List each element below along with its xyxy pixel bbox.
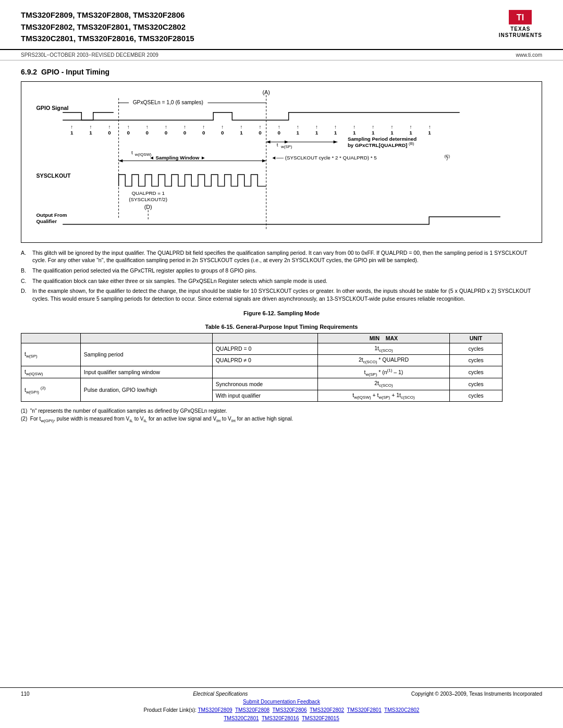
feedback-link-container[interactable]: Submit Documentation Feedback xyxy=(21,698,542,706)
svg-text:↑: ↑ xyxy=(221,124,224,130)
svg-text:Sampling Period determined: Sampling Period determined xyxy=(348,136,417,142)
unit-sync: cycles xyxy=(449,378,502,390)
note-d: D. In the example shown, for the qualifi… xyxy=(21,287,542,302)
page-footer: 110 Electrical Specifications Copyright … xyxy=(0,687,563,728)
product-link-7[interactable]: TMS320C2801 xyxy=(224,715,259,721)
doc-id: SPRS230L−OCTOBER 2003−REVISED DECEMBER 2… xyxy=(21,52,158,58)
svg-text:1: 1 xyxy=(372,129,375,135)
product-folder-links: Product Folder Link(s): TMS320F2809 TMS3… xyxy=(21,706,542,714)
cond-sync: Synchronous mode xyxy=(212,378,317,390)
product-link-1[interactable]: TMS320F2809 xyxy=(198,707,232,713)
param-twgpi: tw(GPI) (2) xyxy=(21,378,81,401)
svg-text:↑: ↑ xyxy=(297,124,299,130)
svg-text:↑: ↑ xyxy=(259,124,262,130)
svg-text:TI: TI xyxy=(517,13,524,22)
timing-diagram: (A) GPIO Signal GPxQSELn = 1,0 (6 sample… xyxy=(21,81,542,243)
svg-text:↑: ↑ xyxy=(429,124,431,130)
note-c: C. The qualification block can take eith… xyxy=(21,277,542,285)
svg-text:1: 1 xyxy=(89,129,92,135)
cond-twiqsw xyxy=(212,366,317,378)
svg-text:Output From: Output From xyxy=(36,212,67,217)
product-link-9[interactable]: TMS320F28015 xyxy=(302,715,339,721)
svg-text:0: 0 xyxy=(277,129,280,135)
product-link-6[interactable]: TMS320C2802 xyxy=(384,707,419,713)
unit-qualprd0: cycles xyxy=(449,343,502,354)
footer-copyright: Copyright © 2003–2009, Texas Instruments… xyxy=(411,691,542,697)
formula-twiqsw: tw(SP) * (n(1) – 1) xyxy=(318,366,450,378)
figure-notes: A. This glitch will be ignored by the in… xyxy=(21,249,542,303)
svg-marker-63 xyxy=(262,159,266,162)
product-link-4[interactable]: TMS320F2802 xyxy=(310,707,344,713)
col-min-max: MIN MAX xyxy=(318,333,450,343)
unit-qualprdne0: cycles xyxy=(449,354,502,366)
col-unit: UNIT xyxy=(449,333,502,343)
svg-text:t: t xyxy=(131,149,133,155)
svg-text:↑: ↑ xyxy=(278,124,280,130)
product-link-5[interactable]: TMS320F2801 xyxy=(347,707,382,713)
unit-twiqsw: cycles xyxy=(449,366,502,378)
svg-text:↑: ↑ xyxy=(89,124,92,130)
product-link-2[interactable]: TMS320F2808 xyxy=(235,707,270,713)
svg-text:0: 0 xyxy=(108,129,111,135)
col-cond xyxy=(212,333,317,343)
svg-text:0: 0 xyxy=(146,129,149,135)
svg-text:0: 0 xyxy=(259,129,262,135)
svg-text:↑: ↑ xyxy=(353,124,356,130)
table-row: tw(SP) Sampling period QUALPRD = 0 1tc(S… xyxy=(21,343,542,354)
formula-sync: 2tc(SCO) xyxy=(318,378,450,390)
product-folder-links-row2: TMS320C2801 TMS320F28016 TMS320F28015 xyxy=(21,714,542,723)
svg-text:↑: ↑ xyxy=(334,124,337,130)
svg-text:SYSCLKOUT: SYSCLKOUT xyxy=(36,172,71,178)
svg-text:1: 1 xyxy=(315,129,319,135)
document-title: TMS320F2809, TMS320F2808, TMS320F2806 TM… xyxy=(21,9,194,45)
footnote-2: (2) For tw(GPI), pulse width is measured… xyxy=(21,415,542,424)
col-desc xyxy=(80,333,212,343)
svg-marker-55 xyxy=(334,140,338,143)
svg-text:↑: ↑ xyxy=(372,124,374,130)
ti-logo: TI TEXAS INSTRUMENTS xyxy=(499,9,542,39)
svg-text:◄── (SYSCLKOUT cycle * 2 * QUA: ◄── (SYSCLKOUT cycle * 2 * QUALPRD) * 5 xyxy=(271,154,377,160)
table-row: tw(IQSW) Input qualifier sampling window… xyxy=(21,366,542,378)
svg-text:1: 1 xyxy=(70,129,74,135)
feedback-link[interactable]: Submit Documentation Feedback xyxy=(243,699,320,705)
param-twiqsw: tw(IQSW) xyxy=(21,366,81,378)
svg-text:1: 1 xyxy=(353,129,356,135)
desc-twgpi: Pulse duration, GPIO low/high xyxy=(80,378,212,401)
footer-links: Submit Documentation Feedback Product Fo… xyxy=(21,698,542,723)
table-row: tw(GPI) (2) Pulse duration, GPIO low/hig… xyxy=(21,378,542,390)
footnote-1: (1) "n" represents the number of qualifi… xyxy=(21,407,542,415)
svg-text:↑: ↑ xyxy=(410,124,412,130)
svg-text:1: 1 xyxy=(390,129,394,135)
svg-text:1: 1 xyxy=(297,129,300,135)
svg-text:1: 1 xyxy=(428,129,431,135)
main-content: 6.9.2 GPIO - Input Timing (A) GPIO Signa… xyxy=(0,60,563,688)
page-header: TMS320F2809, TMS320F2808, TMS320F2806 TM… xyxy=(0,0,563,50)
product-link-8[interactable]: TMS320F28016 xyxy=(262,715,299,721)
svg-text:↑: ↑ xyxy=(146,124,149,130)
product-link-3[interactable]: TMS320F2806 xyxy=(272,707,307,713)
svg-text:◄ Sampling Window ►: ◄ Sampling Window ► xyxy=(149,154,206,160)
product-folder-label: Product Folder Link(s): xyxy=(144,707,197,713)
svg-text:t: t xyxy=(277,142,278,147)
subheader: SPRS230L−OCTOBER 2003−REVISED DECEMBER 2… xyxy=(0,50,563,60)
footer-row1: 110 Electrical Specifications Copyright … xyxy=(21,691,542,697)
svg-text:): ) xyxy=(446,155,448,160)
svg-text:↑: ↑ xyxy=(315,124,318,130)
svg-text:GPxQSELn = 1,0 (6 samples): GPxQSELn = 1,0 (6 samples) xyxy=(133,100,203,105)
cond-qualprd0: QUALPRD = 0 xyxy=(212,343,317,354)
page-number: 110 xyxy=(21,691,30,697)
svg-text:↑: ↑ xyxy=(127,124,130,130)
figure-caption: Figure 6-12. Sampling Mode xyxy=(21,310,542,316)
cond-iqsw: With input qualifier xyxy=(212,390,317,401)
svg-text:↑: ↑ xyxy=(390,124,393,130)
svg-text:by GPxCTRL[QUALPRD]: by GPxCTRL[QUALPRD] xyxy=(348,142,407,148)
svg-text:0: 0 xyxy=(221,129,224,135)
timing-diagram-svg: (A) GPIO Signal GPxQSELn = 1,0 (6 sample… xyxy=(27,87,536,237)
website: www.ti.com xyxy=(516,52,542,58)
svg-marker-62 xyxy=(119,159,123,162)
ti-logo-graphic: TI xyxy=(509,9,532,25)
table-header-row: MIN MAX UNIT xyxy=(21,333,542,343)
note-b: B. The qualification period selected via… xyxy=(21,267,542,275)
table-footnotes: (1) "n" represents the number of qualifi… xyxy=(21,407,542,424)
svg-text:0: 0 xyxy=(202,129,205,135)
